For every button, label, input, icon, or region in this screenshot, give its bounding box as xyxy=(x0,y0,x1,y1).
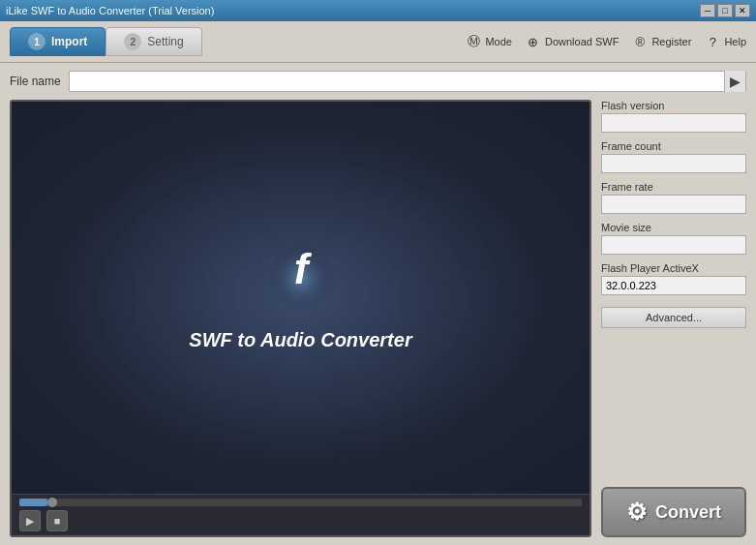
ctrl-buttons: ▶ ■ xyxy=(19,510,582,531)
window-title: iLike SWF to Audio Converter (Trial Vers… xyxy=(6,5,214,16)
preview-title: SWF to Audio Converter xyxy=(189,329,411,351)
title-bar: iLike SWF to Audio Converter (Trial Vers… xyxy=(0,0,756,21)
frame-count-input xyxy=(601,154,746,173)
minimize-button[interactable]: ─ xyxy=(700,4,715,17)
toolbar-right: Ⓜ Mode ⊕ Download SWF ® Register ? Help xyxy=(466,34,746,49)
content-area: File name ▶ xyxy=(0,63,756,545)
download-icon: ⊕ xyxy=(526,34,541,49)
convert-button[interactable]: ⚙ Convert xyxy=(601,487,746,537)
tab-setting[interactable]: 2 Setting xyxy=(106,27,201,56)
mode-icon: Ⓜ xyxy=(466,34,481,49)
help-icon: ? xyxy=(705,34,720,49)
download-swf-button[interactable]: ⊕ Download SWF xyxy=(526,34,619,49)
toolbar: 1 Import 2 Setting Ⓜ Mode ⊕ Download SWF… xyxy=(0,21,756,63)
movie-size-input xyxy=(601,235,746,255)
stop-button[interactable]: ■ xyxy=(46,510,68,531)
frame-count-group: Frame count xyxy=(601,140,746,173)
tab-import-num: 1 xyxy=(28,33,45,50)
flash-player-group: Flash Player ActiveX xyxy=(601,262,746,295)
preview-area: f SWF to Audio Converter ▶ ■ xyxy=(10,100,591,537)
tab-setting-num: 2 xyxy=(124,33,141,50)
register-icon: ® xyxy=(632,34,648,49)
convert-section: ⚙ Convert xyxy=(601,481,746,537)
flash-player-label: Flash Player ActiveX xyxy=(601,262,746,274)
tab-import-label: Import xyxy=(51,35,87,48)
flash-player-input xyxy=(601,276,746,295)
tab-import[interactable]: 1 Import xyxy=(10,27,106,56)
register-button[interactable]: ® Register xyxy=(632,34,691,49)
right-panel: Flash version Frame count Frame rate Mov… xyxy=(601,100,746,537)
preview-canvas: f SWF to Audio Converter xyxy=(12,102,590,494)
advanced-button[interactable]: Advanced... xyxy=(601,307,746,328)
progress-fill xyxy=(19,499,47,506)
filename-label: File name xyxy=(10,75,61,88)
register-label: Register xyxy=(651,36,691,47)
frame-rate-input xyxy=(601,195,746,214)
restore-button[interactable]: □ xyxy=(717,4,733,17)
mode-label: Mode xyxy=(485,36,512,47)
frame-rate-group: Frame rate xyxy=(601,181,746,214)
main-window: 1 Import 2 Setting Ⓜ Mode ⊕ Download SWF… xyxy=(0,21,756,545)
player-controls: ▶ ■ xyxy=(12,494,590,535)
close-button[interactable]: ✕ xyxy=(735,4,750,17)
tabs-area: 1 Import 2 Setting xyxy=(10,27,202,56)
title-bar-buttons: ─ □ ✕ xyxy=(700,4,750,17)
flash-logo-icon: f xyxy=(267,244,335,315)
progress-bar[interactable] xyxy=(19,499,582,506)
middle-section: f SWF to Audio Converter ▶ ■ xyxy=(10,100,746,537)
help-label: Help xyxy=(724,36,746,47)
play-button[interactable]: ▶ xyxy=(19,510,41,531)
convert-label: Convert xyxy=(655,502,721,523)
browse-icon: ▶ xyxy=(730,74,741,89)
flash-version-group: Flash version xyxy=(601,100,746,133)
filename-input[interactable] xyxy=(70,75,724,88)
convert-icon: ⚙ xyxy=(626,499,648,526)
progress-handle[interactable] xyxy=(47,498,57,507)
mode-button[interactable]: Ⓜ Mode xyxy=(466,34,512,49)
flash-version-input xyxy=(601,113,746,133)
frame-rate-label: Frame rate xyxy=(601,181,746,193)
tab-setting-label: Setting xyxy=(147,35,183,48)
filename-row: File name ▶ xyxy=(10,71,746,92)
movie-size-group: Movie size xyxy=(601,222,746,255)
flash-version-label: Flash version xyxy=(601,100,746,111)
browse-button[interactable]: ▶ xyxy=(724,71,745,92)
download-label: Download SWF xyxy=(545,36,619,47)
help-button[interactable]: ? Help xyxy=(705,34,746,49)
frame-count-label: Frame count xyxy=(601,140,746,152)
movie-size-label: Movie size xyxy=(601,222,746,233)
filename-input-wrap: ▶ xyxy=(69,71,746,92)
